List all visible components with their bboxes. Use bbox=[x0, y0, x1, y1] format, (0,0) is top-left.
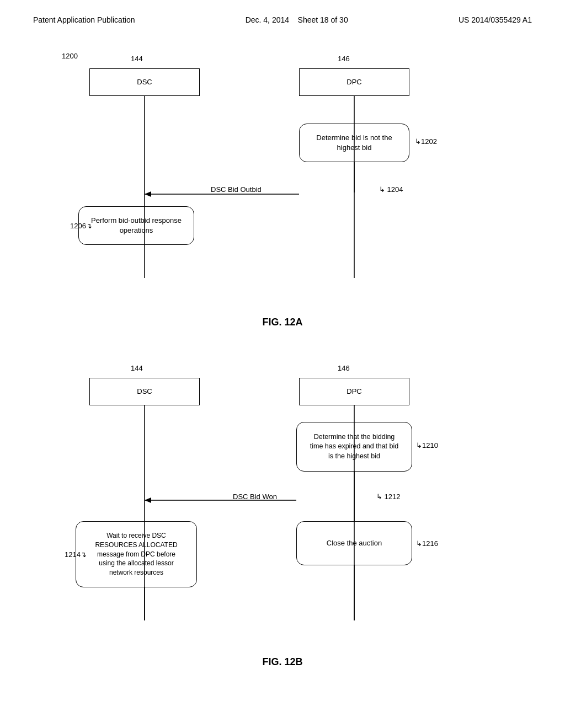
dpc-col-label-12a: 146 bbox=[338, 55, 350, 63]
step-1214-label: 1214↴ bbox=[65, 550, 87, 559]
step-1216-box: Close the auction bbox=[296, 521, 412, 565]
dpc-box-12a: DPC bbox=[299, 68, 409, 96]
step-1206-box: Perform bid-outbid response operations bbox=[78, 206, 194, 245]
dsc-col-label-12a: 144 bbox=[131, 55, 143, 63]
fig12b-diagram: 144 146 DSC DPC Determine that the biddi… bbox=[45, 356, 520, 648]
dsc-box-12b: DSC bbox=[89, 378, 200, 405]
step-1212-text: DSC Bid Won bbox=[233, 493, 277, 501]
dsc-col-label-12b: 144 bbox=[131, 364, 143, 372]
step-1206-label: 1206↴ bbox=[70, 222, 92, 230]
step-1202-box: Determine bid is not the highest bid bbox=[299, 124, 409, 162]
step-1216-label: ↳1216 bbox=[416, 539, 438, 548]
header-left: Patent Application Publication bbox=[33, 15, 135, 24]
step-1202-label: ↳1202 bbox=[415, 137, 437, 146]
diagram-number-1200: 1200 bbox=[62, 52, 78, 60]
step-1210-label: ↳1210 bbox=[416, 441, 438, 449]
fig12b-caption: FIG. 12B bbox=[0, 656, 565, 668]
dsc-box-12a: DSC bbox=[89, 68, 200, 96]
step-1204-text: DSC Bid Outbid bbox=[211, 185, 262, 194]
fig12a-diagram: 1200 144 146 DSC DPC Determine bid is no… bbox=[45, 46, 520, 311]
svg-marker-9 bbox=[145, 497, 151, 503]
dpc-col-label-12b: 146 bbox=[338, 364, 350, 372]
svg-marker-4 bbox=[145, 191, 151, 197]
header-right: US 2014/0355429 A1 bbox=[459, 15, 532, 24]
dpc-box-12b: DPC bbox=[299, 378, 409, 405]
step-1212-label: ↳ 1212 bbox=[376, 493, 401, 501]
page-header: Patent Application Publication Dec. 4, 2… bbox=[0, 0, 565, 30]
fig12a-caption: FIG. 12A bbox=[0, 317, 565, 328]
step-1210-box: Determine that the bidding time has expi… bbox=[296, 422, 412, 472]
step-1204-label: ↳ 1204 bbox=[379, 185, 403, 194]
header-middle: Dec. 4, 2014 Sheet 18 of 30 bbox=[246, 15, 348, 24]
step-1214-box: Wait to receive DSC RESOURCES ALLOCATED … bbox=[76, 521, 197, 587]
